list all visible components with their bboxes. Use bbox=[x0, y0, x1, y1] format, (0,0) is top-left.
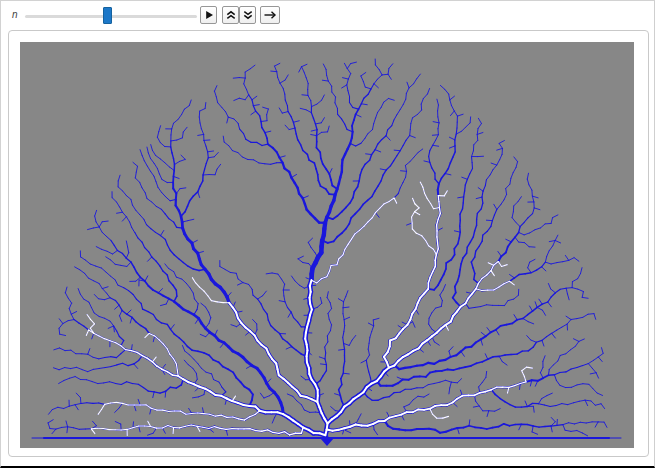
animator-variable-label: n bbox=[12, 9, 18, 21]
direction-button[interactable] bbox=[260, 6, 280, 24]
animator-control-bar: n bbox=[1, 1, 654, 30]
notebook-window: n bbox=[0, 0, 655, 468]
slower-button[interactable] bbox=[239, 6, 256, 24]
slider-thumb[interactable] bbox=[103, 7, 112, 24]
double-chevron-down-icon bbox=[242, 9, 254, 21]
venation-graphic bbox=[20, 42, 634, 448]
double-chevron-up-icon bbox=[225, 9, 237, 21]
play-icon bbox=[203, 9, 215, 21]
arrow-right-icon bbox=[263, 9, 277, 21]
faster-button[interactable] bbox=[222, 6, 239, 24]
animator-slider[interactable] bbox=[25, 5, 197, 27]
play-button[interactable] bbox=[200, 6, 217, 24]
